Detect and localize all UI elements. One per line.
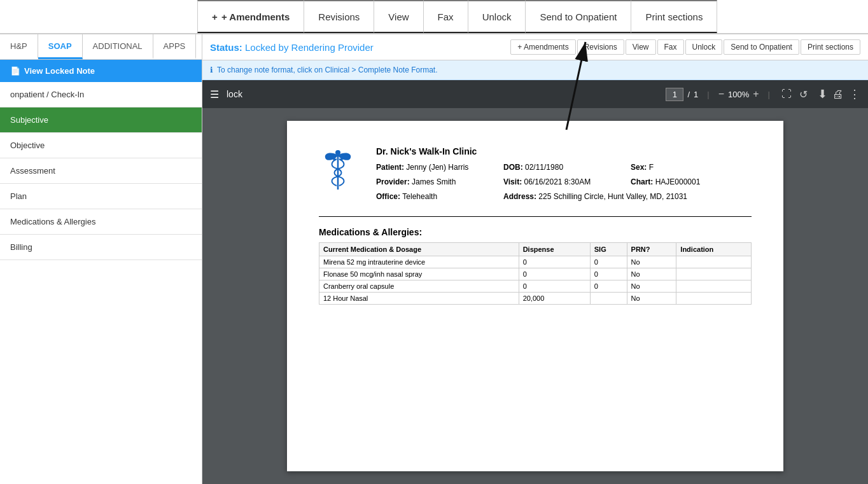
col-dispense: Dispense xyxy=(519,242,590,256)
zoom-level: 100% xyxy=(728,90,749,99)
medications-table: Current Medication & Dosage Dispense SIG… xyxy=(319,242,752,305)
page-number-input[interactable] xyxy=(666,88,683,101)
status-revisions-button[interactable]: Revisions xyxy=(577,39,624,55)
cell-indication xyxy=(676,280,752,292)
provider-label: Provider: James Smith xyxy=(376,176,503,188)
top-revisions-button[interactable]: Revisions xyxy=(304,0,374,33)
pdf-toolbar: ☰ lock / 1 | − 100% + | ⛶ ↺ ⬇ 🖨 xyxy=(202,80,868,108)
status-amendments-button[interactable]: + Amendments xyxy=(510,39,575,55)
tab-soap[interactable]: SOAP xyxy=(38,34,83,59)
svg-point-3 xyxy=(335,150,340,155)
sidebar-item-plan[interactable]: Plan xyxy=(0,184,202,209)
dob-label: DOB: 02/11/1980 xyxy=(503,162,631,174)
file-icon: 📄 xyxy=(10,66,20,76)
cell-sig: 0 xyxy=(590,256,627,268)
sidebar-item-objective[interactable]: Objective xyxy=(0,133,202,158)
sidebar: H&P SOAP ADDITIONAL APPS 📄 View Locked N… xyxy=(0,34,202,484)
more-options-icon[interactable]: ⋮ xyxy=(849,87,860,101)
cell-indication xyxy=(676,292,752,304)
office-label: Office: Telehealth xyxy=(376,191,503,203)
top-toolbar: + + Amendments Revisions View Fax Unlock… xyxy=(0,0,868,34)
address-label: Address: 225 Schilling Circle, Hunt Vall… xyxy=(503,191,758,203)
tab-bar: H&P SOAP ADDITIONAL APPS xyxy=(0,34,202,60)
cell-medication: 12 Hour Nasal xyxy=(319,292,519,304)
table-row: 12 Hour Nasal 20,000 No xyxy=(319,292,752,304)
cell-prn: No xyxy=(627,280,676,292)
top-fax-button[interactable]: Fax xyxy=(423,0,468,33)
table-row: Mirena 52 mg intrauterine device 0 0 No xyxy=(319,256,752,268)
sidebar-item-subjective[interactable]: Subjective xyxy=(0,107,202,133)
sidebar-item-billing[interactable]: Billing xyxy=(0,235,202,260)
status-unlock-button[interactable]: Unlock xyxy=(685,39,723,55)
cell-dispense: 0 xyxy=(519,280,590,292)
cell-prn: No xyxy=(627,256,676,268)
cell-prn: No xyxy=(627,268,676,280)
status-fax-button[interactable]: Fax xyxy=(657,39,684,55)
sex-label: Sex: F xyxy=(631,162,758,174)
total-pages: 1 xyxy=(694,90,698,99)
cell-prn: No xyxy=(627,292,676,304)
cell-indication xyxy=(676,268,752,280)
col-sig: SIG xyxy=(590,242,627,256)
hamburger-menu-icon[interactable]: ☰ xyxy=(210,88,219,100)
action-buttons: + Amendments Revisions View Fax Unlock S… xyxy=(510,39,860,55)
download-icon[interactable]: ⬇ xyxy=(818,87,827,101)
patient-info: Dr. Nick's Walk-In Clinic Patient: Jenny… xyxy=(376,146,758,204)
visit-label: Visit: 06/16/2021 8:30AM xyxy=(503,176,631,188)
cell-sig xyxy=(590,292,627,304)
main-layout: H&P SOAP ADDITIONAL APPS 📄 View Locked N… xyxy=(0,34,868,484)
table-row: Flonase 50 mcg/inh nasal spray 0 0 No xyxy=(319,268,752,280)
plus-icon: + xyxy=(212,11,218,22)
content-area: Status: Locked by Rendering Provider + A… xyxy=(202,34,868,484)
pdf-page: Dr. Nick's Walk-In Clinic Patient: Jenny… xyxy=(287,121,783,471)
view-locked-note-button[interactable]: 📄 View Locked Note xyxy=(0,60,202,82)
status-print-sections-button[interactable]: Print sections xyxy=(801,39,860,55)
clinic-logo xyxy=(319,146,357,193)
clinic-name: Dr. Nick's Walk-In Clinic xyxy=(376,146,758,156)
sidebar-item-checkin[interactable]: onpatient / Check-In xyxy=(0,82,202,107)
cell-medication: Cranberry oral capsule xyxy=(319,280,519,292)
info-message: To change note format, click on Clinical… xyxy=(217,66,438,74)
top-view-button[interactable]: View xyxy=(374,0,423,33)
top-send-to-onpatient-button[interactable]: Send to Onpatient xyxy=(525,0,631,33)
cell-sig: 0 xyxy=(590,268,627,280)
status-text: Status: Locked by Rendering Provider xyxy=(210,42,374,53)
print-icon[interactable]: 🖨 xyxy=(832,88,844,101)
pdf-viewer: ☰ lock / 1 | − 100% + | ⛶ ↺ ⬇ 🖨 xyxy=(202,80,868,484)
section-title: Medications & Allergies: xyxy=(319,227,752,237)
patient-label: Patient: Jenny (Jen) Harris xyxy=(376,162,503,174)
table-row: Cranberry oral capsule 0 0 No xyxy=(319,280,752,292)
tab-hp[interactable]: H&P xyxy=(0,34,38,59)
chart-label: Chart: HAJE000001 xyxy=(631,176,758,188)
zoom-out-button[interactable]: − xyxy=(718,88,724,100)
info-grid: Patient: Jenny (Jen) Harris DOB: 02/11/1… xyxy=(376,162,758,204)
pdf-document-header: Dr. Nick's Walk-In Clinic Patient: Jenny… xyxy=(319,146,752,204)
tab-additional[interactable]: ADDITIONAL xyxy=(83,34,153,59)
tab-apps[interactable]: APPS xyxy=(153,34,197,59)
svg-point-4 xyxy=(333,158,335,160)
sidebar-item-medications[interactable]: Medications & Allergies xyxy=(0,209,202,235)
cell-indication xyxy=(676,256,752,268)
col-indication: Indication xyxy=(676,242,752,256)
info-icon: ℹ xyxy=(210,66,213,74)
fit-page-icon[interactable]: ⛶ xyxy=(781,88,792,100)
col-prn: PRN? xyxy=(627,242,676,256)
top-unlock-button[interactable]: Unlock xyxy=(468,0,526,33)
document-name: lock xyxy=(227,89,242,99)
pdf-divider xyxy=(319,216,752,217)
rotate-icon[interactable]: ↺ xyxy=(799,88,808,100)
top-amendments-button[interactable]: + + Amendments xyxy=(197,0,304,33)
status-send-to-onpatient-button[interactable]: Send to Onpatient xyxy=(724,39,799,55)
zoom-in-button[interactable]: + xyxy=(753,88,759,100)
cell-sig: 0 xyxy=(590,280,627,292)
sidebar-item-assessment[interactable]: Assessment xyxy=(0,158,202,184)
status-bar: Status: Locked by Rendering Provider + A… xyxy=(202,34,868,60)
status-view-button[interactable]: View xyxy=(626,39,656,55)
cell-dispense: 0 xyxy=(519,268,590,280)
col-medication: Current Medication & Dosage xyxy=(319,242,519,256)
info-bar: ℹ To change note format, click on Clinic… xyxy=(202,60,868,80)
top-print-sections-button[interactable]: Print sections xyxy=(631,0,717,33)
svg-point-5 xyxy=(340,158,343,160)
pdf-content[interactable]: Dr. Nick's Walk-In Clinic Patient: Jenny… xyxy=(202,108,868,484)
zoom-controls: − 100% + xyxy=(718,88,759,100)
